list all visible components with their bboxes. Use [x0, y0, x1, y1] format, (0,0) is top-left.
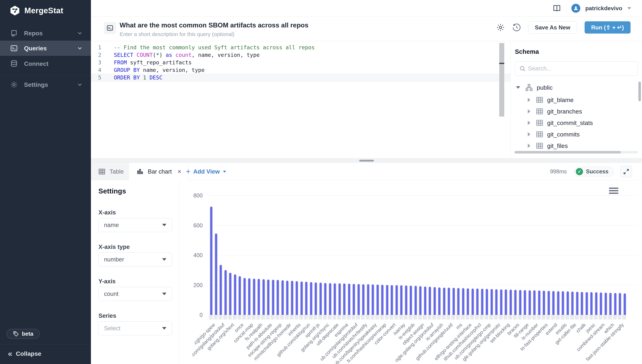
bar[interactable]	[562, 291, 564, 315]
caret-closed-icon[interactable]	[528, 132, 530, 136]
schema-table-git-blame[interactable]: git_blame	[528, 96, 574, 104]
tab-table[interactable]: Table	[91, 163, 131, 180]
run-query-button[interactable]: Run (⇧ + ↵)	[584, 21, 631, 34]
bar[interactable]	[590, 292, 593, 315]
caret-closed-icon[interactable]	[528, 121, 530, 125]
bar[interactable]	[533, 290, 536, 315]
bar[interactable]	[472, 288, 474, 315]
bar[interactable]	[466, 288, 469, 315]
bar[interactable]	[224, 270, 227, 315]
bar[interactable]	[352, 284, 355, 315]
bar[interactable]	[448, 288, 450, 315]
bar[interactable]	[320, 282, 322, 315]
bar[interactable]	[400, 285, 402, 315]
sidebar-item-settings[interactable]: Settings	[0, 77, 91, 92]
bar[interactable]	[438, 288, 440, 315]
query-title[interactable]: What are the most common SBOM artifacts …	[120, 22, 308, 29]
bar[interactable]	[234, 274, 236, 315]
sidebar-item-queries[interactable]: Queries	[0, 41, 91, 56]
save-as-new-button[interactable]: Save As New	[528, 21, 577, 34]
x-axis-type-select[interactable]: number	[98, 252, 172, 266]
editor-scrollbar[interactable]	[499, 43, 504, 116]
bar[interactable]	[581, 292, 583, 315]
bar[interactable]	[248, 278, 250, 315]
schema-table-git-branches[interactable]: git_branches	[528, 108, 582, 115]
sql-editor[interactable]: 1-- Find the most commonly used Syft art…	[91, 41, 510, 158]
bar[interactable]	[272, 280, 274, 315]
bar[interactable]	[543, 291, 545, 315]
query-settings-gear-icon[interactable]	[496, 23, 505, 32]
bar[interactable]	[372, 284, 374, 315]
close-tab-icon[interactable]: ×	[178, 168, 181, 175]
bar[interactable]	[519, 290, 522, 315]
caret-closed-icon[interactable]	[528, 109, 530, 114]
bar[interactable]	[267, 280, 270, 315]
query-history-icon[interactable]	[512, 23, 521, 32]
bar[interactable]	[614, 293, 616, 315]
bar[interactable]	[510, 290, 512, 315]
schema-search-input[interactable]	[528, 62, 634, 76]
schema-vertical-scrollbar[interactable]	[638, 82, 641, 101]
bar[interactable]	[486, 289, 488, 315]
bar[interactable]	[414, 286, 417, 315]
bar[interactable]	[310, 282, 312, 315]
bar[interactable]	[452, 288, 455, 315]
bar[interactable]	[291, 281, 294, 315]
bar[interactable]	[410, 286, 412, 315]
tab-bar-chart[interactable]: Bar chart ×	[129, 163, 189, 180]
bar[interactable]	[624, 293, 626, 315]
sidebar-item-repos[interactable]: Repos	[0, 26, 91, 41]
bar[interactable]	[505, 290, 507, 315]
bar[interactable]	[390, 285, 393, 315]
bar[interactable]	[386, 285, 388, 315]
caret-open-icon[interactable]	[516, 86, 520, 89]
bar[interactable]	[604, 293, 607, 315]
pane-resize-handle[interactable]	[359, 160, 374, 162]
bar[interactable]	[424, 286, 426, 315]
bar[interactable]	[376, 284, 379, 315]
bar[interactable]	[276, 280, 279, 315]
bar[interactable]	[571, 292, 574, 315]
bar[interactable]	[595, 292, 598, 315]
bar[interactable]	[528, 290, 531, 315]
code-line[interactable]: 4GROUP BY name, version, type	[91, 66, 510, 74]
schema-node-public[interactable]: public	[516, 84, 553, 92]
bar[interactable]	[434, 287, 436, 315]
bar[interactable]	[215, 234, 217, 315]
bar[interactable]	[457, 288, 460, 315]
add-view-button[interactable]: + Add View	[186, 163, 226, 180]
bar[interactable]	[329, 283, 332, 315]
bar[interactable]	[609, 293, 612, 315]
schema-table-git-files[interactable]: git_files	[528, 142, 568, 150]
query-description-input[interactable]	[120, 31, 371, 37]
bar[interactable]	[557, 291, 560, 315]
bar[interactable]	[338, 283, 341, 315]
user-menu-caret-icon[interactable]	[627, 7, 631, 10]
bar[interactable]	[258, 279, 260, 315]
bar[interactable]	[405, 286, 408, 315]
y-axis-select[interactable]: count	[98, 287, 172, 301]
collapse-sidebar-button[interactable]: « Collapse	[8, 350, 41, 358]
bar[interactable]	[305, 282, 308, 315]
avatar[interactable]	[571, 4, 580, 13]
bar[interactable]	[358, 284, 360, 315]
bar[interactable]	[538, 290, 540, 315]
bar[interactable]	[396, 285, 398, 315]
caret-closed-icon[interactable]	[528, 144, 530, 148]
bar[interactable]	[576, 292, 578, 315]
bar[interactable]	[343, 284, 346, 315]
bar[interactable]	[253, 279, 255, 315]
bar[interactable]	[428, 287, 431, 315]
bar[interactable]	[490, 289, 493, 315]
bar[interactable]	[381, 285, 384, 315]
schema-horizontal-scrollbar-thumb[interactable]	[514, 151, 621, 154]
bar[interactable]	[552, 291, 555, 315]
chart-menu-icon[interactable]	[609, 188, 618, 195]
bar[interactable]	[238, 276, 241, 315]
bar[interactable]	[586, 292, 588, 315]
bar[interactable]	[220, 265, 222, 315]
bar[interactable]	[348, 284, 350, 315]
bar[interactable]	[314, 282, 317, 315]
code-line[interactable]: 1-- Find the most commonly used Syft art…	[91, 44, 510, 51]
bar[interactable]	[462, 288, 464, 315]
